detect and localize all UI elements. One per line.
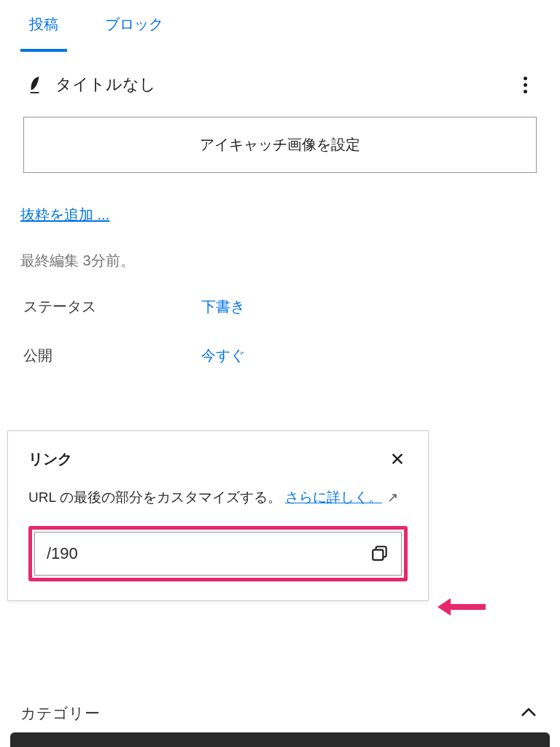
url-text: /190 [47,544,362,563]
popover-title: リンク [28,449,72,469]
leaf-icon [26,74,44,95]
collapse-button[interactable] [521,707,537,720]
publish-value[interactable]: 今すぐ [201,346,245,365]
learn-more-link[interactable]: さらに詳しく。 [285,489,382,505]
popover-desc-text: URL の最後の部分をカスタマイズする。 [28,489,285,505]
bottom-bar [10,732,550,747]
category-row[interactable]: カテゴリー [0,703,560,724]
chevron-up-icon [521,707,537,717]
more-options-button[interactable] [513,73,537,96]
copy-button[interactable] [370,544,389,563]
publish-label: 公開 [23,346,201,365]
more-vertical-icon [524,77,527,93]
tab-post[interactable]: 投稿 [20,0,67,52]
url-input-box[interactable]: /190 [34,532,402,576]
post-header: タイトルなし [0,53,560,111]
tab-block[interactable]: ブロック [96,0,172,52]
featured-image-button[interactable]: アイキャッチ画像を設定 [23,117,537,173]
close-button[interactable] [387,449,408,469]
popover-header: リンク [28,449,408,469]
arrow-annotation [438,598,486,616]
post-title: タイトルなし [55,74,502,96]
tabs: 投稿 ブロック [0,0,560,53]
close-icon [389,451,405,467]
status-label: ステータス [23,297,201,317]
external-link-icon: ↗ [387,490,398,505]
publish-row: 公開 今すぐ [0,325,560,374]
copy-icon [370,544,389,563]
svg-rect-1 [373,550,383,560]
add-excerpt-link[interactable]: 抜粋を追加 ... [20,205,109,225]
status-value[interactable]: 下書き [201,297,245,317]
status-row: ステータス 下書き [0,276,560,325]
link-popover: リンク URL の最後の部分をカスタマイズする。 さらに詳しく。 ↗ /190 [7,430,429,601]
url-highlight-box: /190 [28,526,408,581]
category-label: カテゴリー [20,703,100,724]
popover-description: URL の最後の部分をカスタマイズする。 さらに詳しく。 ↗ [28,485,408,510]
last-edited-text: 最終編集 3分前。 [20,251,560,271]
arrow-left-icon [438,598,451,616]
